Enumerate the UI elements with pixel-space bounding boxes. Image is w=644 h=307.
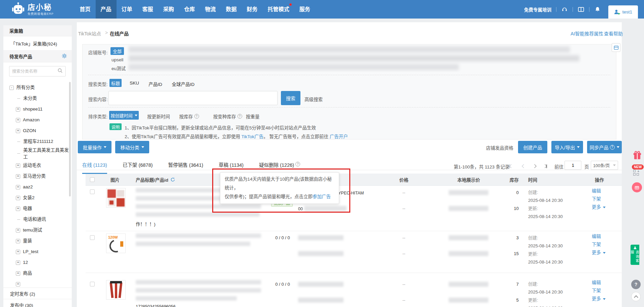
first-page-icon[interactable] (507, 162, 515, 170)
sort-updated[interactable]: 按更新时间 (147, 113, 170, 120)
training-link[interactable]: 免费专属培训 (524, 6, 551, 13)
nav-item-logistics[interactable]: 物流 (200, 0, 221, 19)
search-button[interactable]: 搜索 (281, 91, 300, 105)
nav-item-services[interactable]: 服务 (294, 0, 315, 19)
stock-value[interactable]: 7 (493, 282, 519, 287)
tree-item[interactable]: 里程车2111112 (3, 136, 69, 147)
gift-promo-icon[interactable] (633, 151, 642, 162)
tree-scrollbar[interactable] (69, 82, 71, 196)
batch-actions-button[interactable]: 批量操作 (78, 141, 111, 153)
bell-icon[interactable] (594, 6, 601, 12)
ads-account-link[interactable]: 广告开户 (330, 134, 348, 139)
tree-expand-icon[interactable]: + (16, 185, 20, 189)
category-search-input[interactable] (12, 69, 58, 74)
nav-item-purchase[interactable]: 采购 (158, 0, 179, 19)
help-icon[interactable] (194, 114, 199, 119)
tree-item[interactable]: +运动毛衣 (3, 160, 69, 171)
sort-variant-stock[interactable]: 按变种库存 (213, 113, 242, 120)
sort-stock[interactable]: 按库存 (179, 113, 199, 120)
more-link[interactable]: 更多 (592, 203, 606, 211)
refresh-icon[interactable] (170, 177, 175, 182)
tree-item[interactable]: +Amazon (3, 115, 69, 125)
row-checkbox[interactable] (90, 189, 95, 194)
nav-item-service[interactable]: 客服 (137, 0, 158, 19)
breadcrumb-root[interactable]: TikTok站点 (78, 30, 101, 37)
product-thumbnail[interactable] (106, 280, 126, 300)
blurred-product-title[interactable]: 17285034255696056 (136, 280, 264, 307)
sidebar-item-tiktok-collect-box[interactable]: 「TikTok」采集箱(924) (3, 36, 72, 51)
tree-expand-icon[interactable]: + (16, 129, 20, 133)
tree-item[interactable]: +aaz2 (3, 182, 69, 192)
delist-link[interactable]: 下架 (592, 241, 606, 249)
tree-expand-icon[interactable]: + (16, 250, 20, 254)
edit-link[interactable]: 编辑 (592, 233, 606, 241)
tree-item[interactable]: +LP_test (3, 246, 69, 257)
edit-link[interactable]: 编辑 (592, 279, 606, 287)
stock-value[interactable]: 5 (493, 298, 519, 303)
search-input[interactable] (108, 91, 278, 105)
nav-item-warehouse[interactable]: 仓库 (179, 0, 200, 19)
move-category-button[interactable]: 移动分类 (115, 141, 149, 153)
tree-item[interactable]: +童装 (3, 236, 69, 246)
promo-circle-icon[interactable] (632, 182, 642, 192)
tree-expand-icon[interactable]: + (16, 118, 20, 122)
tree-expand-icon[interactable]: + (16, 174, 20, 179)
help-circle-icon[interactable] (631, 280, 641, 289)
back-to-top-icon[interactable] (631, 292, 641, 301)
product-thumbnail[interactable] (106, 188, 126, 208)
stock-value[interactable]: 15 (493, 251, 519, 256)
join-ads-link[interactable]: 参加广告 (313, 194, 331, 199)
advanced-search-link[interactable]: 高级搜索 (304, 96, 323, 102)
headset-icon[interactable] (561, 6, 568, 12)
tree-expand-icon[interactable]: + (16, 196, 20, 200)
account-item[interactable]: eu测试 (111, 65, 126, 71)
brand-logo[interactable]: 店小秘 免费跨境电商ERP (11, 2, 54, 17)
delist-link[interactable]: 下架 (592, 195, 606, 203)
nav-item-data[interactable]: 数据 (221, 0, 242, 19)
sort-weight[interactable]: 按重量 (246, 113, 260, 120)
stock-value[interactable]: 3 (493, 235, 519, 240)
tree-expand-icon[interactable]: + (16, 107, 20, 112)
manual-book-icon[interactable] (578, 6, 584, 12)
components-icon[interactable]: + (633, 170, 639, 176)
nav-item-finance[interactable]: 财务 (242, 0, 263, 19)
create-product-button[interactable]: 创建产品 (518, 141, 547, 153)
gear-icon[interactable] (62, 53, 67, 60)
sidebar-item-publishing[interactable]: 发布中 (30) (3, 299, 72, 307)
edit-link[interactable]: 编辑 (592, 187, 606, 195)
collapse-panel-icon[interactable] (612, 43, 620, 52)
shop-qualification-link[interactable]: 店铺发品资格 (486, 144, 513, 151)
tree-item[interactable]: +电器 (3, 203, 69, 214)
prev-page-icon[interactable] (520, 162, 527, 170)
consult-service-button[interactable]: 咨询客服 (631, 245, 639, 265)
last-page-icon[interactable] (542, 162, 549, 170)
nav-item-orders[interactable]: 订单 (117, 0, 137, 19)
search-type-title-chip[interactable]: 标题 (109, 79, 122, 87)
row-checkbox[interactable] (90, 235, 95, 240)
nav-item-home[interactable]: 首页 (74, 0, 95, 19)
view-help-link[interactable]: 查看帮助 (604, 30, 623, 37)
tree-expand-icon[interactable]: + (16, 271, 20, 276)
more-link[interactable]: 更多 (592, 295, 606, 303)
tree-item[interactable]: +女装2 (3, 192, 69, 203)
tab-paused[interactable]: 暂停销售 (3641) (168, 161, 203, 174)
tree-expand-icon[interactable]: + (16, 163, 20, 168)
tree-expand-icon[interactable]: + (16, 207, 20, 211)
tree-item[interactable]: +shopee11 (3, 104, 69, 115)
delist-link[interactable]: 下架 (592, 287, 606, 295)
tree-item[interactable]: +商品 (3, 268, 69, 279)
search-type-product-id[interactable]: 产品ID (149, 81, 162, 87)
select-all-checkbox[interactable] (90, 177, 95, 182)
sidebar-item-scheduled-publish[interactable]: 定时发布 (2) (3, 287, 72, 299)
help-icon[interactable] (237, 114, 242, 119)
nav-item-hosting[interactable]: 托管模式 (263, 0, 294, 19)
user-account-button[interactable]: test1 (608, 5, 638, 19)
tab-delisted[interactable]: 已下架 (6878) (123, 161, 153, 174)
tree-item[interactable]: +12 (3, 257, 69, 268)
tree-item[interactable]: +亚马逊分类 (3, 171, 69, 182)
tab-online[interactable]: 在线 (1123) (82, 161, 107, 174)
tree-expand-icon[interactable]: + (16, 260, 20, 265)
tree-item[interactable]: 美发工具美发工具美发工 (3, 147, 69, 160)
row-checkbox[interactable] (90, 282, 95, 286)
search-type-global-id[interactable]: 全球产品ID (172, 81, 195, 87)
